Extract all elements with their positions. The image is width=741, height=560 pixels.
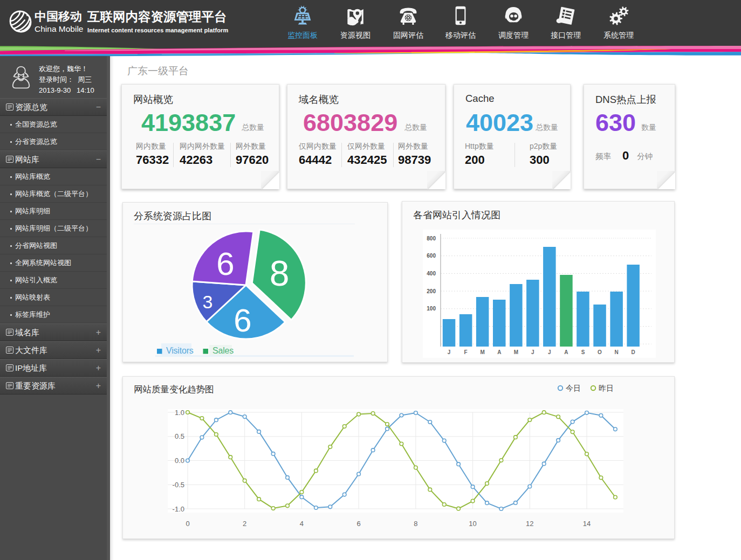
svg-text:2: 2 <box>243 520 246 528</box>
svg-text:S: S <box>581 349 585 355</box>
svg-text:400: 400 <box>427 271 436 276</box>
svg-text:今日: 今日 <box>566 384 581 392</box>
svg-text:200: 200 <box>427 288 436 294</box>
svg-text:1.0: 1.0 <box>175 409 184 417</box>
svg-text:6: 6 <box>356 520 360 528</box>
svg-text:A: A <box>564 349 568 355</box>
svg-text:M: M <box>481 349 485 355</box>
svg-text:600: 600 <box>427 253 436 259</box>
svg-text:F: F <box>464 349 468 355</box>
svg-text:-1.0: -1.0 <box>173 505 184 513</box>
svg-text:A: A <box>497 349 501 355</box>
svg-text:O: O <box>598 349 602 355</box>
svg-text:Visitors: Visitors <box>166 346 194 355</box>
svg-text:0.0: 0.0 <box>175 457 184 465</box>
svg-text:J: J <box>548 349 551 355</box>
svg-text:3: 3 <box>203 292 213 312</box>
svg-text:J: J <box>531 349 534 355</box>
svg-text:4: 4 <box>300 520 304 528</box>
svg-text:10: 10 <box>469 520 476 528</box>
svg-text:100: 100 <box>427 306 436 312</box>
svg-text:J: J <box>448 349 451 355</box>
svg-text:M: M <box>514 349 518 355</box>
svg-text:8: 8 <box>414 520 417 528</box>
svg-text:6: 6 <box>216 246 234 282</box>
svg-text:-0.5: -0.5 <box>173 481 184 489</box>
svg-text:昨日: 昨日 <box>599 384 614 392</box>
svg-text:0.5: 0.5 <box>175 432 184 440</box>
svg-text:8: 8 <box>270 253 290 293</box>
svg-text:14: 14 <box>583 520 591 528</box>
svg-text:D: D <box>631 349 635 355</box>
svg-text:Sales: Sales <box>212 346 234 355</box>
svg-text:0: 0 <box>186 520 189 528</box>
svg-text:N: N <box>614 349 618 355</box>
svg-text:6: 6 <box>234 302 251 338</box>
svg-text:800: 800 <box>427 236 436 241</box>
svg-text:12: 12 <box>526 520 533 528</box>
